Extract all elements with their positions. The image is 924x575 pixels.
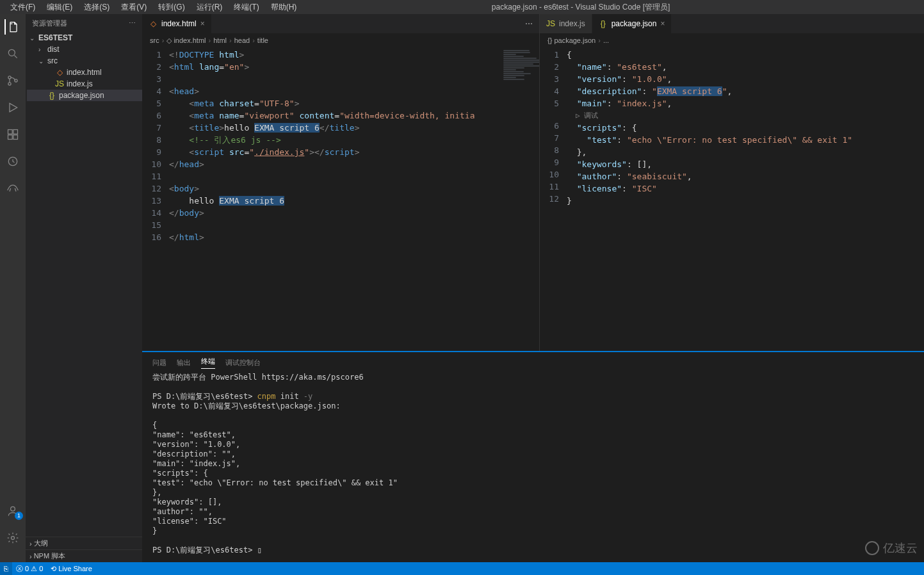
tab-label: package.json bbox=[612, 19, 657, 28]
svg-rect-7 bbox=[13, 135, 18, 140]
terminal-body[interactable]: 尝试新的跨平台 PowerShell https://aka.ms/pscore… bbox=[142, 369, 924, 562]
terminal-line: "version": "1.0.0", bbox=[152, 440, 914, 449]
terminal-line bbox=[152, 411, 914, 421]
close-icon[interactable]: × bbox=[200, 19, 205, 28]
tree-label: index.js bbox=[67, 79, 93, 88]
terminal-line: } bbox=[152, 526, 914, 536]
tree-folder[interactable]: ›dist bbox=[27, 44, 142, 55]
editor-splitter: ◇index.html× ⋯ src›◇ index.html›html›hea… bbox=[142, 14, 924, 351]
tree-label: index.html bbox=[67, 68, 102, 77]
terminal-line: "keywords": [], bbox=[152, 498, 914, 507]
remote-icon[interactable]: ⎘ bbox=[0, 562, 12, 575]
run-debug-icon[interactable] bbox=[5, 100, 20, 115]
terminal-line: "scripts": { bbox=[152, 469, 914, 478]
svg-point-1 bbox=[8, 76, 11, 79]
terminal-tab[interactable]: 终端 bbox=[201, 357, 215, 369]
outline-section[interactable]: ›大纲 bbox=[26, 537, 142, 549]
breadcrumbs-right[interactable]: {} package.json›... bbox=[540, 33, 924, 47]
accounts-icon[interactable] bbox=[5, 503, 20, 519]
terminal-line: "license": "ISC" bbox=[152, 517, 914, 526]
menu-item[interactable]: 选择(S) bbox=[79, 1, 115, 14]
sidebar: 资源管理器 ⋯ ⌄ ES6TEST ›dist⌄src◇index.htmlJS… bbox=[26, 14, 142, 562]
chevron-right-icon: › bbox=[29, 553, 32, 560]
menu-item[interactable]: 查看(V) bbox=[116, 1, 152, 14]
tree-file[interactable]: {}package.json bbox=[27, 90, 142, 101]
svg-rect-4 bbox=[8, 130, 13, 134]
code-lines[interactable]: { "name": "es6test", "version": "1.0.0",… bbox=[567, 47, 924, 351]
line-gutter: 12345678910111213141516 bbox=[142, 47, 169, 351]
svg-point-0 bbox=[8, 49, 15, 56]
menu-item[interactable]: 编辑(E) bbox=[42, 1, 77, 14]
terminal-tab[interactable]: 输出 bbox=[177, 358, 191, 368]
sidebar-more-icon[interactable]: ⋯ bbox=[129, 19, 136, 28]
codelens-debug[interactable]: ▷ 调试 bbox=[567, 109, 924, 122]
chevron-down-icon: ⌄ bbox=[29, 35, 36, 42]
minimap[interactable] bbox=[501, 47, 539, 351]
terminal-line: PS D:\前端复习\es6test> ▯ bbox=[152, 546, 914, 555]
chevron-icon: ⌄ bbox=[38, 58, 45, 65]
terminal-line: "author": "", bbox=[152, 507, 914, 517]
npm-scripts-section[interactable]: ›NPM 脚本 bbox=[26, 549, 142, 562]
chevron-right-icon: › bbox=[29, 540, 32, 547]
tabs-left: ◇index.html× ⋯ bbox=[142, 14, 539, 33]
terminal-line bbox=[152, 382, 914, 392]
terminal-line bbox=[152, 536, 914, 546]
editors-column: ◇index.html× ⋯ src›◇ index.html›html›hea… bbox=[142, 14, 924, 562]
breadcrumbs-left[interactable]: src›◇ index.html›html›head›title bbox=[142, 33, 539, 47]
breadcrumb-item[interactable]: ◇ index.html bbox=[166, 36, 206, 45]
menu-item[interactable]: 转到(G) bbox=[153, 1, 190, 14]
source-control-icon[interactable] bbox=[5, 73, 20, 88]
svg-point-9 bbox=[11, 506, 15, 511]
code-area-right[interactable]: 12345 6789101112 { "name": "es6test", "v… bbox=[540, 47, 924, 351]
tree-label: src bbox=[47, 56, 58, 65]
feedback-icon[interactable] bbox=[5, 181, 20, 196]
tree-file[interactable]: ◇index.html bbox=[27, 67, 142, 78]
terminal-line: "name": "es6test", bbox=[152, 430, 914, 440]
terminal-tab[interactable]: 调试控制台 bbox=[225, 358, 261, 368]
close-icon[interactable]: × bbox=[660, 19, 665, 28]
live-share-item[interactable]: ⟲ Live Share bbox=[47, 562, 96, 575]
settings-gear-icon[interactable] bbox=[5, 530, 20, 546]
terminal-line: { bbox=[152, 421, 914, 430]
tree-folder[interactable]: ⌄src bbox=[27, 55, 142, 67]
breadcrumb-item[interactable]: title bbox=[257, 36, 268, 44]
tab-label: index.html bbox=[161, 19, 197, 28]
terminal-tab[interactable]: 问题 bbox=[152, 358, 166, 368]
line-gutter: 12345 6789101112 bbox=[540, 47, 567, 351]
status-bar: ⎘ ⓧ 0 ⚠ 0 ⟲ Live Share bbox=[0, 562, 924, 575]
errors-item[interactable]: ⓧ 0 ⚠ 0 bbox=[12, 562, 47, 575]
terminal-line: PS D:\前端复习\es6test> cnpm init -y bbox=[152, 392, 914, 401]
terminal-line: Wrote to D:\前端复习\es6test\package.json: bbox=[152, 401, 914, 411]
editor-actions-icon[interactable]: ⋯ bbox=[525, 19, 539, 28]
search-icon[interactable] bbox=[5, 46, 20, 61]
testing-icon[interactable] bbox=[5, 154, 20, 169]
explorer-icon[interactable] bbox=[4, 19, 20, 35]
title-bar: 文件(F)编辑(E)选择(S)查看(V)转到(G)运行(R)终端(T)帮助(H)… bbox=[0, 0, 924, 14]
explorer-tree: ⌄ ES6TEST ›dist⌄src◇index.htmlJSindex.js… bbox=[26, 32, 142, 101]
main-row: 资源管理器 ⋯ ⌄ ES6TEST ›dist⌄src◇index.htmlJS… bbox=[0, 14, 924, 562]
breadcrumb-item[interactable]: src bbox=[150, 36, 159, 44]
breadcrumb-item[interactable]: head bbox=[234, 36, 250, 44]
breadcrumb-item[interactable]: html bbox=[213, 36, 227, 44]
watermark-logo-icon bbox=[865, 541, 879, 555]
svg-point-10 bbox=[12, 537, 15, 540]
tree-file[interactable]: JSindex.js bbox=[27, 78, 142, 90]
extensions-icon[interactable] bbox=[5, 127, 20, 142]
editor-tab[interactable]: ◇index.html× bbox=[142, 14, 212, 33]
editor-tab[interactable]: JSindex.js bbox=[540, 14, 592, 33]
breadcrumb-item[interactable]: ... bbox=[603, 36, 609, 44]
menu-item[interactable]: 终端(T) bbox=[229, 1, 264, 14]
sidebar-footer: ›大纲 ›NPM 脚本 bbox=[26, 537, 142, 562]
menu-item[interactable]: 文件(F) bbox=[5, 1, 40, 14]
editor-tab[interactable]: {}package.json× bbox=[592, 14, 672, 33]
code-area-left[interactable]: 12345678910111213141516 <!DOCTYPE html><… bbox=[142, 47, 539, 351]
tab-label: index.js bbox=[559, 19, 585, 28]
menu-item[interactable]: 运行(R) bbox=[191, 1, 228, 14]
code-lines[interactable]: <!DOCTYPE html><html lang="en"><head> <m… bbox=[169, 47, 501, 351]
breadcrumb-item[interactable]: {} package.json bbox=[547, 36, 596, 44]
tree-root[interactable]: ⌄ ES6TEST bbox=[27, 32, 142, 44]
terminal-line: "main": "index.js", bbox=[152, 459, 914, 469]
tree-label: package.json bbox=[59, 91, 104, 100]
menu-item[interactable]: 帮助(H) bbox=[266, 1, 302, 14]
tabs-right: JSindex.js{}package.json× bbox=[540, 14, 924, 33]
